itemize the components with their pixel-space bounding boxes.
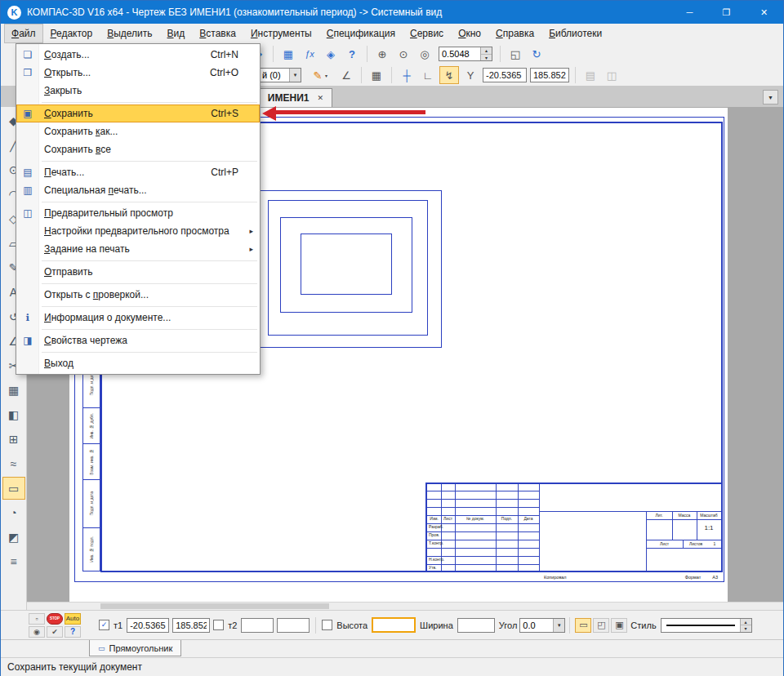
tool-chamfer[interactable]: ◩	[2, 526, 25, 549]
menu-item-label: Задание на печать	[44, 243, 240, 255]
menuitem-send[interactable]: Отправить	[16, 263, 260, 281]
spellcheck-icon[interactable]: ◈	[321, 45, 341, 63]
menu-tools[interactable]: Инструменты	[243, 24, 319, 43]
context-help-icon[interactable]: ?	[342, 45, 362, 63]
process-tab-rectangle[interactable]: ▭ Прямоугольник	[89, 640, 181, 656]
tool-grid[interactable]: ⊞	[2, 428, 25, 451]
t1-x-input[interactable]	[127, 618, 169, 633]
menuitem-print-preview[interactable]: ◫ Предварительный просмотр	[16, 204, 260, 222]
margin-cell-label: Подп. и дата	[89, 371, 94, 395]
refresh-icon[interactable]: ↻	[527, 45, 546, 63]
rect-inner	[301, 233, 392, 295]
angle-dropdown-icon[interactable]: ▾	[553, 619, 564, 632]
angle-combo[interactable]: 0.0 ▾	[519, 618, 565, 633]
menuitem-close[interactable]: Закрыть	[16, 82, 260, 100]
mode-center-rectangle-button[interactable]: ◰	[593, 618, 609, 633]
cursor-x-input[interactable]	[483, 68, 527, 82]
t2-checkbox[interactable]	[213, 620, 224, 630]
zoom-area-icon[interactable]: ◎	[415, 45, 434, 63]
expression-icon[interactable]: ƒx	[300, 45, 319, 63]
scrollbar-thumb[interactable]	[100, 603, 329, 609]
menuitem-new[interactable]: ❏ Создать... Ctrl+N	[16, 46, 260, 64]
menuitem-print[interactable]: ▤ Печать... Ctrl+P	[16, 163, 260, 181]
tool-ellipse[interactable]: ◔	[2, 501, 25, 524]
apply-icon[interactable]: ✔	[47, 626, 63, 638]
zoom-out-icon[interactable]: ⊙	[394, 45, 413, 63]
menu-service[interactable]: Сервис	[403, 24, 451, 43]
screen-icon[interactable]: ▫	[29, 613, 45, 625]
menuitem-save-all[interactable]: Сохранить все	[16, 140, 260, 158]
horizontal-scrollbar[interactable]	[27, 602, 783, 610]
auto-create-toggle[interactable]: Auto	[65, 613, 81, 625]
menu-item-label: Информация о документе...	[44, 312, 240, 323]
zoom-scale-combo[interactable]: 0.5048 ▴▾	[439, 47, 492, 61]
menuitem-open[interactable]: ❒ Открыть... Ctrl+O	[16, 64, 260, 82]
height-input[interactable]	[372, 617, 416, 633]
menu-view[interactable]: Вид	[160, 24, 193, 43]
close-button[interactable]: ✕	[745, 1, 783, 24]
menu-window[interactable]: Окно	[451, 24, 488, 43]
grid-icon[interactable]: ▦	[367, 66, 386, 84]
line-style-combo[interactable]: ▴▾	[661, 618, 752, 633]
t2-x-input[interactable]	[241, 618, 274, 633]
local-csys-icon[interactable]: ┼	[397, 66, 416, 84]
stop-button[interactable]: STOP	[47, 613, 63, 625]
t2-y-input[interactable]	[277, 618, 310, 633]
menuitem-save[interactable]: ▣ Сохранить Ctrl+S	[16, 105, 260, 122]
tool-hatch[interactable]: ▦	[2, 379, 25, 402]
fit-page-icon[interactable]: ◱	[506, 45, 525, 63]
maximize-button[interactable]: ❐	[708, 1, 745, 24]
view-state-value: й (0)	[260, 70, 289, 80]
help-icon[interactable]: ?	[65, 626, 81, 638]
style-spinner[interactable]: ▴▾	[740, 619, 751, 632]
dropdown-icon[interactable]: ▾	[289, 69, 301, 82]
menu-specification[interactable]: Спецификация	[319, 24, 403, 43]
t1-checkbox[interactable]: ✓	[99, 620, 109, 630]
pen-dropdown-icon[interactable]: ▾	[322, 69, 330, 81]
height-checkbox[interactable]	[322, 620, 332, 630]
zoom-scale-value: 0.5048	[439, 49, 480, 59]
menuitem-drawing-properties[interactable]: ◨ Свойства чертежа	[16, 331, 260, 349]
pen-style-icon[interactable]: ✎▾	[309, 66, 335, 84]
menuitem-special-print[interactable]: ▥ Специальная печать...	[16, 181, 260, 199]
tool-spline[interactable]: ≈	[2, 452, 25, 475]
tab-close-icon[interactable]: ✕	[317, 94, 323, 102]
angle-snap-icon[interactable]: ∠	[336, 66, 356, 84]
menu-bar-item-label: Файл	[11, 28, 36, 39]
menu-select[interactable]: Выделить	[100, 24, 159, 43]
tool-list[interactable]: ≡	[2, 550, 25, 573]
view-state-combo[interactable]: й (0) ▾	[259, 68, 301, 82]
tb-row-prov: Пров.	[427, 532, 455, 539]
menuitem-print-job[interactable]: Задание на печать ▸	[16, 240, 260, 258]
menu-libraries[interactable]: Библиотеки	[541, 24, 609, 43]
tool-icon: ◩	[8, 531, 19, 544]
tool-icon: ≡	[10, 555, 16, 568]
snapshot-icon[interactable]: ◉	[29, 626, 45, 638]
width-input[interactable]	[457, 618, 495, 633]
y-coordinate-icon[interactable]: Y	[461, 66, 480, 84]
cursor-y-input[interactable]	[530, 68, 569, 82]
menuitem-open-with-check[interactable]: Открыть с проверкой...	[16, 286, 260, 304]
menuitem-document-info[interactable]: ℹ Информация о документе...	[16, 309, 260, 327]
mode-rectangle-button[interactable]: ▭	[575, 618, 591, 633]
menu-help[interactable]: Справка	[488, 24, 541, 43]
menu-file[interactable]: Файл	[4, 24, 43, 43]
style-label: Стиль	[630, 620, 656, 630]
ortho-icon[interactable]: ↯	[439, 66, 459, 84]
zoom-in-icon[interactable]: ⊕	[372, 45, 392, 63]
menu-item-icon: ▥	[20, 185, 36, 196]
zoom-spinner[interactable]: ▴▾	[480, 47, 492, 60]
corner-icon[interactable]: ∟	[418, 66, 438, 84]
tab-list-button[interactable]: ▼	[763, 90, 778, 105]
tool-fill[interactable]: ◧	[2, 403, 25, 426]
sheet-settings-icon[interactable]: ▦	[278, 45, 298, 63]
menuitem-preview-settings[interactable]: Настройки предварительного просмотра ▸	[16, 222, 260, 240]
menu-insert[interactable]: Вставка	[192, 24, 243, 43]
minimize-button[interactable]: ─	[671, 1, 708, 24]
menu-editor[interactable]: Редактор	[43, 24, 100, 43]
tool-rectangle[interactable]: ▭	[2, 477, 25, 500]
menuitem-save-as[interactable]: Сохранить как...	[16, 122, 260, 140]
menuitem-exit[interactable]: Выход	[16, 354, 260, 372]
mode-hatch-button[interactable]: ▣	[611, 618, 627, 633]
t1-y-input[interactable]	[172, 618, 210, 633]
